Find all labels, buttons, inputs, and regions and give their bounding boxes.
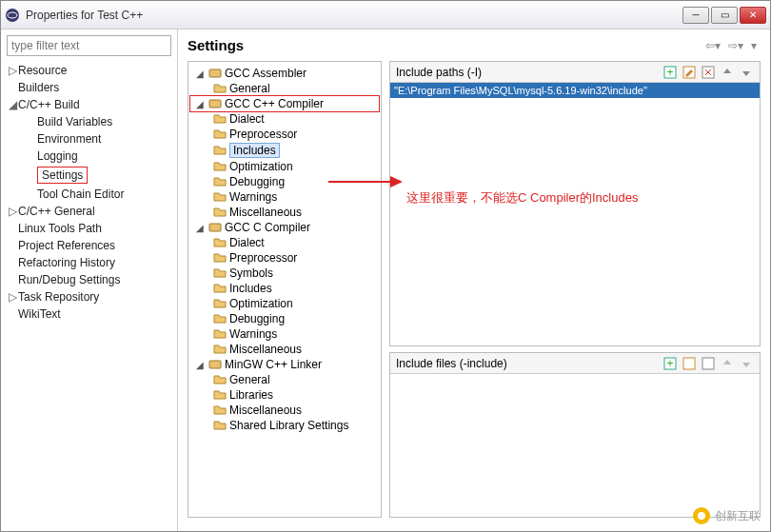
nav-projrefs-label: Project References: [18, 239, 115, 252]
svg-rect-4: [209, 224, 221, 231]
include-files-body[interactable]: [390, 374, 760, 517]
tree-ld-shared[interactable]: Shared Library Settings: [190, 418, 379, 433]
tree-cc-dialect[interactable]: Dialect: [190, 235, 379, 250]
nav-taskrepo[interactable]: ▷Task Repository: [7, 288, 171, 305]
add-button[interactable]: +: [662, 356, 678, 371]
include-path-entry[interactable]: "E:\Program Files\MySQL\mysql-5.6.19-win…: [390, 83, 760, 98]
include-paths-header: Include paths (-I) +: [390, 62, 760, 83]
include-files-header: Include files (-include) +: [390, 353, 760, 374]
folder-icon: [213, 160, 227, 173]
nav-refactor[interactable]: Refactoring History: [7, 254, 171, 271]
tree-gcc-assembler[interactable]: ◢GCC Assembler: [190, 66, 379, 81]
tree-cpp-preproc[interactable]: Preprocessor: [190, 127, 379, 142]
tree-mingw-linker[interactable]: ◢MinGW C++ Linker: [190, 357, 379, 372]
nav-build-variables[interactable]: Build Variables: [7, 113, 171, 130]
nav-resource-label: Resource: [18, 64, 67, 77]
tree-ld-misc[interactable]: Miscellaneous: [190, 403, 379, 418]
tree-cc-warn[interactable]: Warnings: [190, 326, 379, 342]
tree-cpp-preproc-label: Preprocessor: [229, 128, 297, 141]
folder-icon: [213, 282, 227, 295]
tree-cc-symbols[interactable]: Symbols: [190, 266, 379, 281]
up-icon: [721, 66, 734, 79]
add-icon: +: [663, 66, 677, 79]
nav-rundebug[interactable]: Run/Debug Settings: [7, 271, 171, 288]
fwd-arrow-icon[interactable]: ⇨▾: [726, 37, 745, 54]
tree-cc-misc[interactable]: Miscellaneous: [190, 342, 379, 357]
nav-wikitext[interactable]: WikiText: [7, 305, 171, 323]
window-title: Properties for Test C++: [26, 9, 682, 22]
include-paths-label: Include paths (-I): [396, 66, 482, 79]
nav-builders[interactable]: Builders: [7, 79, 171, 96]
tree-asm-label: GCC Assembler: [225, 67, 306, 80]
tree-cpp-warn[interactable]: Warnings: [190, 189, 379, 205]
right-pane: Settings ⇦▾ ⇨▾ ▾ ◢GCC Assembler General …: [178, 30, 770, 532]
up-button[interactable]: [720, 356, 735, 371]
folder-icon: [213, 112, 227, 126]
tool-icon: [208, 67, 222, 80]
filter-input[interactable]: [7, 35, 171, 56]
nav-cgeneral[interactable]: ▷C/C++ General: [7, 203, 171, 220]
edit-button[interactable]: [682, 65, 697, 80]
tool-icon: [208, 97, 222, 110]
tree-ld-libs[interactable]: Libraries: [190, 387, 379, 403]
tree-cpp-dialect[interactable]: Dialect: [190, 111, 379, 127]
nav-cbuild-label: C/C++ Build: [18, 98, 80, 111]
nav-projrefs[interactable]: Project References: [7, 237, 171, 254]
tree-cc-includes[interactable]: Includes: [190, 281, 379, 296]
tree-ld-libs-label: Libraries: [229, 388, 273, 402]
watermark-text: 创新互联: [715, 508, 761, 524]
include-files-panel: Include files (-include) +: [389, 352, 761, 518]
down-button[interactable]: [739, 356, 754, 371]
nav-toolchain-label: Tool Chain Editor: [37, 187, 124, 201]
up-button[interactable]: [720, 65, 735, 80]
svg-rect-3: [209, 100, 221, 108]
svg-rect-12: [683, 358, 695, 369]
nav-build-vars-label: Build Variables: [37, 115, 112, 128]
nav-logging[interactable]: Logging: [7, 148, 171, 165]
delete-button[interactable]: [701, 356, 716, 371]
delete-button[interactable]: [701, 65, 716, 80]
tree-cpp-opt-label: Optimization: [229, 160, 293, 173]
tree-asm-general[interactable]: General: [190, 81, 379, 96]
tree-gcc-c-compiler[interactable]: ◢GCC C Compiler: [190, 220, 379, 235]
nav-resource[interactable]: ▷Resource: [7, 62, 171, 79]
tree-cc-debug[interactable]: Debugging: [190, 311, 379, 326]
edit-button[interactable]: [682, 356, 697, 371]
tree-ld-misc-label: Miscellaneous: [229, 404, 302, 417]
tree-cpp-opt[interactable]: Optimization: [190, 159, 379, 174]
tree-cpp-includes[interactable]: Includes: [190, 142, 379, 159]
tree-cc-preproc[interactable]: Preprocessor: [190, 250, 379, 266]
tree-gcc-cpp-compiler[interactable]: ◢GCC C++ Compiler: [190, 96, 379, 111]
down-button[interactable]: [739, 65, 754, 80]
back-arrow-icon[interactable]: ⇦▾: [703, 37, 722, 54]
tree-ld-general[interactable]: General: [190, 372, 379, 387]
folder-icon: [213, 251, 227, 265]
tree-cc-misc-label: Miscellaneous: [229, 343, 302, 356]
minimize-button[interactable]: ─: [682, 7, 709, 24]
nav-refactor-label: Refactoring History: [18, 256, 115, 269]
include-paths-body[interactable]: "E:\Program Files\MySQL\mysql-5.6.19-win…: [390, 83, 760, 345]
close-button[interactable]: ✕: [740, 7, 766, 24]
right-column: Include paths (-I) + "E:\Program Files\M…: [389, 61, 761, 518]
up-icon: [721, 357, 734, 370]
menu-arrow-icon[interactable]: ▾: [749, 37, 759, 54]
nav-toolchain[interactable]: Tool Chain Editor: [7, 186, 171, 203]
folder-icon: [213, 236, 227, 249]
tool-tree[interactable]: ◢GCC Assembler General ◢GCC C++ Compiler…: [188, 61, 382, 518]
tree-cpp-misc-label: Miscellaneous: [229, 206, 302, 219]
maximize-button[interactable]: ▭: [711, 7, 738, 24]
tool-icon: [208, 358, 222, 371]
tree-cpp-misc[interactable]: Miscellaneous: [190, 205, 379, 220]
tree-cc-opt[interactable]: Optimization: [190, 296, 379, 311]
nav-linuxtools[interactable]: Linux Tools Path: [7, 220, 171, 237]
svg-rect-13: [702, 358, 714, 369]
nav-settings[interactable]: Settings: [7, 165, 171, 186]
add-button[interactable]: +: [662, 65, 678, 80]
nav-environment[interactable]: Environment: [7, 130, 171, 148]
delete-icon: [702, 357, 715, 370]
nav-wikitext-label: WikiText: [18, 307, 61, 321]
tree-cc-preproc-label: Preprocessor: [229, 251, 297, 265]
tree-cpp-debug[interactable]: Debugging: [190, 174, 379, 189]
svg-rect-2: [209, 69, 221, 77]
nav-cbuild[interactable]: ◢C/C++ Build: [7, 96, 171, 113]
